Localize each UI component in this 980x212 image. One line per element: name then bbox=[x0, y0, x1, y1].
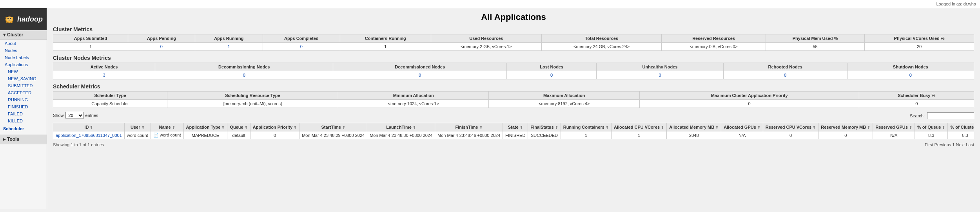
sidebar-item-submitted[interactable]: SUBMITTED bbox=[0, 82, 47, 89]
pagination-info: First Previous 1 Next Last bbox=[925, 142, 974, 147]
sidebar-item-scheduler[interactable]: Scheduler bbox=[0, 124, 47, 133]
th-queue[interactable]: Queue ⇕ bbox=[227, 123, 250, 131]
cell-queue: default bbox=[227, 131, 250, 139]
cell-reserved-mem: 0 bbox=[818, 131, 873, 139]
th-reserved-gpus[interactable]: Reserved GPUs ⇕ bbox=[873, 123, 915, 131]
app-icon: 📄 bbox=[153, 133, 159, 137]
col-apps-submitted: Apps Submitted bbox=[53, 34, 128, 43]
sidebar-item-nodes[interactable]: Nodes bbox=[0, 47, 47, 54]
logo-text: hadoop bbox=[17, 15, 43, 23]
cluster-nodes-header: Cluster Nodes Metrics bbox=[53, 55, 974, 61]
val-active-nodes: 3 bbox=[53, 71, 155, 79]
th-reserved-mem[interactable]: Reserved Memory MB ⇕ bbox=[818, 123, 873, 131]
page-title: All Applications bbox=[53, 12, 974, 22]
col-total-resources: Total Resources bbox=[541, 34, 661, 43]
cell-name: 📄 word count bbox=[151, 131, 183, 139]
tools-section-header[interactable]: ▸ Tools bbox=[0, 135, 47, 144]
col-containers-running: Containers Running bbox=[340, 34, 431, 43]
sidebar: hadoop ▾ Cluster About Nodes Node Labels… bbox=[0, 8, 47, 209]
cluster-label: Cluster bbox=[7, 32, 23, 38]
val-decommissioned-nodes: 0 bbox=[333, 71, 507, 79]
col-decommissioned-nodes: Decommissioned Nodes bbox=[333, 63, 507, 71]
val-reserved-resources: <memory:0 B, vCores:0> bbox=[662, 43, 766, 51]
sidebar-item-about[interactable]: About bbox=[0, 40, 47, 47]
sidebar-item-finished[interactable]: FINISHED bbox=[0, 103, 47, 110]
top-bar: Logged in as: dr.who bbox=[0, 0, 980, 8]
th-pct-queue[interactable]: % of Queue ⇕ bbox=[915, 123, 948, 131]
cell-running-containers: 1 bbox=[561, 131, 611, 139]
val-phys-vcores-pct: 20 bbox=[865, 43, 974, 51]
th-reserved-cpu[interactable]: Reserved CPU VCores ⇕ bbox=[763, 123, 818, 131]
logo-area: hadoop bbox=[0, 8, 47, 30]
cluster-nodes-table: Active Nodes Decommissioning Nodes Decom… bbox=[53, 63, 974, 79]
sidebar-item-node-labels[interactable]: Node Labels bbox=[0, 54, 47, 61]
col-active-nodes: Active Nodes bbox=[53, 63, 155, 71]
val-max-cluster-priority: 0 bbox=[639, 100, 859, 108]
th-state[interactable]: State ⇕ bbox=[503, 123, 528, 131]
col-rebooted-nodes: Rebooted Nodes bbox=[723, 63, 847, 71]
col-scheduling-resource-type: Scheduling Resource Type bbox=[167, 92, 338, 100]
th-start-time[interactable]: StartTime ⇕ bbox=[299, 123, 367, 131]
val-used-resources: <memory:2 GB, vCores:1> bbox=[431, 43, 541, 51]
search-input[interactable] bbox=[927, 112, 974, 119]
val-min-allocation: <memory:1024, vCores:1> bbox=[338, 100, 489, 108]
val-decommissioning-nodes: 0 bbox=[155, 71, 333, 79]
sidebar-item-new-saving[interactable]: NEW_SAVING bbox=[0, 75, 47, 82]
cell-alloc-gpus: N/A bbox=[721, 131, 763, 139]
col-apps-running: Apps Running bbox=[195, 34, 263, 43]
th-pct-cluster[interactable]: % of Cluster ⇕ bbox=[948, 123, 974, 131]
showing-entries-text: Showing 1 to 1 of 1 entries bbox=[53, 142, 104, 147]
search-label: Search: bbox=[910, 113, 925, 118]
col-used-resources: Used Resources bbox=[431, 34, 541, 43]
sidebar-item-new[interactable]: NEW bbox=[0, 68, 47, 75]
show-label: Show bbox=[53, 113, 64, 118]
th-alloc-cpu[interactable]: Allocated CPU VCores ⇕ bbox=[611, 123, 666, 131]
col-scheduler-busy-pct: Scheduler Busy % bbox=[859, 92, 974, 100]
val-lost-nodes: 0 bbox=[507, 71, 597, 79]
val-phys-mem-pct: 55 bbox=[766, 43, 864, 51]
col-decommissioning-nodes: Decommissioning Nodes bbox=[155, 63, 333, 71]
th-alloc-mem[interactable]: Allocated Memory MB ⇕ bbox=[667, 123, 721, 131]
svg-point-1 bbox=[6, 17, 13, 22]
content-area: All Applications Cluster Metrics Apps Su… bbox=[47, 8, 980, 209]
val-scheduling-resource-type: [memory-mb (unit=Mi), vcores] bbox=[167, 100, 338, 108]
scheduler-metrics-row: Capacity Scheduler [memory-mb (unit=Mi),… bbox=[53, 100, 974, 108]
scheduler-metrics-header: Scheduler Metrics bbox=[53, 83, 974, 90]
sidebar-item-accepted[interactable]: ACCEPTED bbox=[0, 89, 47, 96]
col-phys-vcores-pct: Physical VCores Used % bbox=[865, 34, 974, 43]
entries-select[interactable]: 10 20 50 100 bbox=[65, 112, 84, 119]
col-unhealthy-nodes: Unhealthy Nodes bbox=[597, 63, 723, 71]
col-scheduler-type: Scheduler Type bbox=[53, 92, 167, 100]
th-name[interactable]: Name ⇕ bbox=[151, 123, 183, 131]
col-max-allocation: Maximum Allocation bbox=[489, 92, 639, 100]
sidebar-item-running[interactable]: RUNNING bbox=[0, 96, 47, 103]
th-user[interactable]: User ⇕ bbox=[124, 123, 151, 131]
cell-alloc-mem: 2048 bbox=[667, 131, 721, 139]
th-app-type[interactable]: Application Type ⇕ bbox=[183, 123, 227, 131]
cell-pct-cluster: 8.3 bbox=[948, 131, 974, 139]
tools-arrow-icon: ▸ bbox=[3, 137, 5, 142]
cluster-section-header[interactable]: ▾ Cluster bbox=[0, 30, 47, 40]
cluster-metrics-table: Apps Submitted Apps Pending Apps Running… bbox=[53, 34, 974, 51]
val-apps-running: 1 bbox=[195, 43, 263, 51]
th-finish-time[interactable]: FinishTime ⇕ bbox=[435, 123, 503, 131]
sidebar-item-failed[interactable]: FAILED bbox=[0, 110, 47, 117]
th-final-status[interactable]: FinalStatus ⇕ bbox=[528, 123, 561, 131]
th-alloc-gpus[interactable]: Allocated GPUs ⇕ bbox=[721, 123, 763, 131]
val-total-resources: <memory:24 GB, vCores:24> bbox=[541, 43, 661, 51]
val-rebooted-nodes: 0 bbox=[723, 71, 847, 79]
th-running-containers[interactable]: Running Containers ⇕ bbox=[561, 123, 611, 131]
th-launch-time[interactable]: LaunchTime ⇕ bbox=[367, 123, 435, 131]
scheduler-metrics-table: Scheduler Type Scheduling Resource Type … bbox=[53, 91, 974, 108]
th-id[interactable]: ID ⇕ bbox=[53, 123, 125, 131]
sidebar-item-killed[interactable]: KILLED bbox=[0, 117, 47, 124]
col-min-allocation: Minimum Allocation bbox=[338, 92, 489, 100]
cell-reserved-gpus: N/A bbox=[873, 131, 915, 139]
sidebar-item-applications[interactable]: Applications bbox=[0, 61, 47, 68]
cell-pct-queue: 8.3 bbox=[915, 131, 948, 139]
val-scheduler-busy-pct: 0 bbox=[859, 100, 974, 108]
th-priority[interactable]: Application Priority ⇕ bbox=[250, 123, 299, 131]
table-row: application_1709566811347_0001 word coun… bbox=[53, 131, 975, 139]
val-apps-pending: 0 bbox=[128, 43, 195, 51]
col-lost-nodes: Lost Nodes bbox=[507, 63, 597, 71]
